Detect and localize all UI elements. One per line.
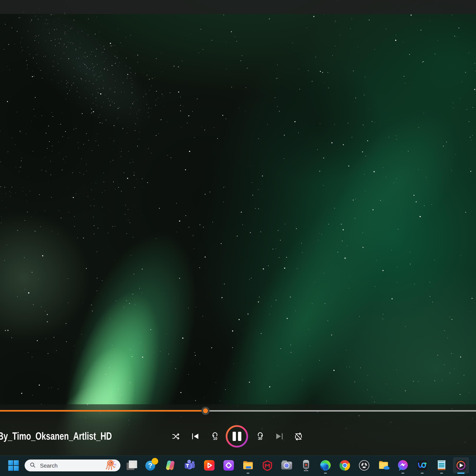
svg-text:?: ? [148,462,153,470]
svg-text:30: 30 [258,436,262,441]
svg-text:10: 10 [213,436,217,441]
